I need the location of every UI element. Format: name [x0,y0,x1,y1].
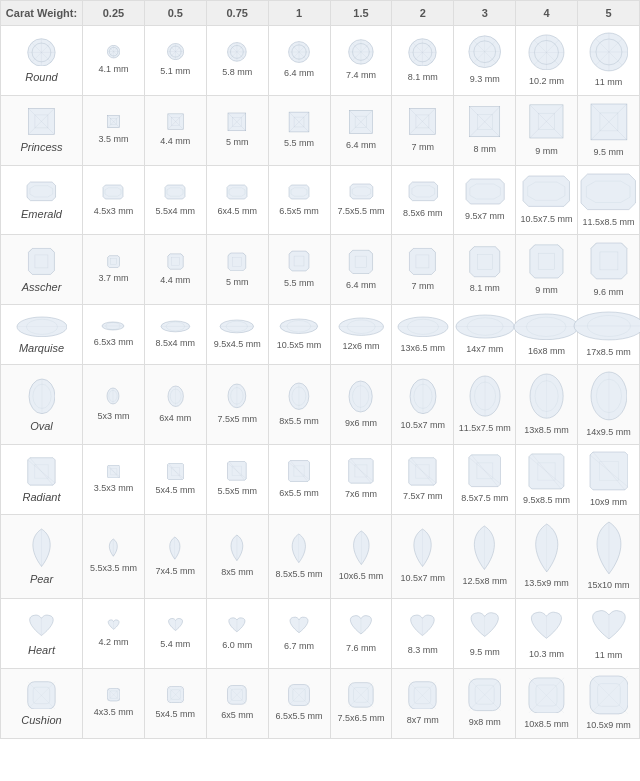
size-label: 11 mm [595,77,623,89]
shape-row-radiant: Radiant 3.5x3 mm 5x4.5 mm [1,445,640,515]
size-cell-asscher-1: 4.4 mm [144,235,206,305]
diamond-icon [579,172,637,215]
diamond-icon [227,42,247,65]
size-cell-pear-6: 12.5x8 mm [454,515,516,599]
size-label: 7.5x7 mm [403,491,443,503]
size-cell-princess-2: 5 mm [206,95,268,165]
shape-row-emerald: Emerald 4.5x3 mm 5.5x4 mm 6x4.5 mm [1,165,640,235]
size-cell-emerald-5: 8.5x6 mm [392,165,454,235]
size-cell-radiant-5: 7.5x7 mm [392,445,454,515]
size-cell-pear-7: 13.5x9 mm [516,515,578,599]
diamond-icon [348,39,374,68]
svg-marker-104 [165,185,185,199]
size-label: 9 mm [535,285,558,297]
shape-name-heart: Heart [28,644,55,656]
size-label: 10.5x5 mm [277,340,322,352]
shape-icon-cushion [27,681,56,712]
size-label: 8.1 mm [408,72,438,84]
size-cell-marquise-1: 8.5x4 mm [144,305,206,365]
size-cell-heart-4: 7.6 mm [330,599,392,669]
size-cell-marquise-0: 6.5x3 mm [83,305,145,365]
svg-marker-156 [591,243,627,279]
size-cell-princess-8: 9.5 mm [578,95,640,165]
size-label: 11 mm [595,650,623,662]
size-label: 13.5x9 mm [524,578,569,590]
size-cell-heart-7: 10.3 mm [516,599,578,669]
shape-name-pear: Pear [30,573,53,585]
size-label: 6.5x3 mm [94,337,134,349]
size-cell-marquise-3: 10.5x5 mm [268,305,330,365]
diamond-icon [227,685,247,708]
size-cell-emerald-3: 6.5x5 mm [268,165,330,235]
diamond-icon [350,530,373,569]
diamond-icon [468,608,501,645]
size-cell-heart-3: 6.7 mm [268,599,330,669]
size-cell-heart-6: 9.5 mm [454,599,516,669]
weight-col-1: 0.5 [144,1,206,26]
size-label: 8x7 mm [407,715,439,727]
size-cell-heart-0: 4.2 mm [83,599,145,669]
size-label: 10.2 mm [529,76,564,88]
size-label: 5x4.5 mm [156,485,196,497]
diamond-icon [397,316,449,341]
size-cell-radiant-3: 6x5.5 mm [268,445,330,515]
diamond-icon [167,686,184,706]
size-cell-marquise-8: 17x8.5 mm [578,305,640,365]
diamond-icon [160,320,191,336]
size-label: 8.5x4 mm [156,338,196,350]
size-label: 12.5x8 mm [462,576,507,588]
diamond-icon [167,113,184,133]
size-label: 7.5x5 mm [217,414,257,426]
shape-label-princess: Princess [1,95,83,165]
diamond-icon [348,458,374,487]
svg-marker-124 [107,255,119,267]
diamond-icon [107,115,120,132]
diamond-icon [529,373,564,423]
svg-marker-100 [27,182,56,201]
size-cell-cushion-0: 4x3.5 mm [83,669,145,739]
diamond-icon [167,463,184,483]
size-label: 9.5x8.5 mm [523,495,570,507]
size-cell-asscher-6: 8.1 mm [454,235,516,305]
weight-col-5: 2 [392,1,454,26]
carat-weight-header: Carat Weight: [1,1,83,26]
size-label: 14x7 mm [466,344,503,356]
svg-marker-152 [530,245,563,278]
shape-icon-heart [27,611,56,642]
diamond-icon [589,605,629,648]
diamond-icon [348,612,374,641]
size-label: 9.5 mm [470,647,500,659]
size-label: 10.5x7.5 mm [521,214,573,226]
shape-row-asscher: Asscher 3.7 mm 4.4 mm [1,235,640,305]
size-label: 6x5.5 mm [279,488,319,500]
size-label: 14x9.5 mm [586,427,631,439]
svg-marker-106 [227,185,247,199]
size-cell-oval-1: 6x4 mm [144,365,206,445]
shape-icon-round [27,38,56,69]
diamond-icon [167,616,184,636]
svg-marker-144 [410,248,436,274]
size-cell-round-5: 8.1 mm [392,26,454,96]
diamond-icon [348,380,373,416]
size-label: 5x4.5 mm [156,709,196,721]
shape-name-cushion: Cushion [21,714,61,726]
size-label: 5 mm [226,277,249,289]
diamond-icon [408,611,437,643]
diamond-icon [227,112,247,135]
size-label: 4.1 mm [98,64,128,76]
size-label: 6.7 mm [284,641,314,653]
size-label: 4.4 mm [160,275,190,287]
weight-col-0: 0.25 [83,1,145,26]
size-cell-pear-4: 10x6.5 mm [330,515,392,599]
size-cell-oval-2: 7.5x5 mm [206,365,268,445]
size-cell-pear-3: 8.5x5.5 mm [268,515,330,599]
diamond-icon [101,321,125,334]
size-cell-asscher-2: 5 mm [206,235,268,305]
diamond-icon [227,252,247,275]
size-label: 7 mm [412,281,435,293]
size-label: 9.5 mm [593,147,623,159]
size-label: 7.5x5.5 mm [337,206,384,218]
diamond-icon [468,678,501,715]
shape-label-cushion: Cushion [1,669,83,739]
size-cell-round-1: 5.1 mm [144,26,206,96]
